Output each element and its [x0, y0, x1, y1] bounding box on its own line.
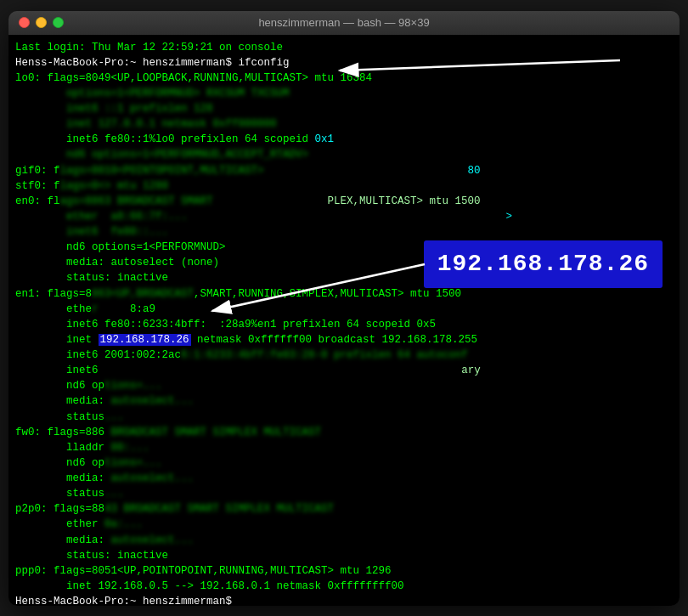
line-stf0: stf0: flags=0<> mtu 1280 — [15, 178, 673, 194]
line-ppp0: ppp0: flags=8051<UP,POINTOPOINT,RUNNING,… — [15, 563, 673, 579]
line-p2p0-media: media: autoselect... — [15, 533, 673, 548]
line-en1-media: media: autoselect... — [15, 393, 673, 409]
line-en0-ether: ether a8:66:7f:... > — [15, 209, 673, 224]
line-p2p0-ether: ether 0a:... — [15, 517, 673, 532]
line-ppp0-inet: inet 192.168.0.5 --> 192.168.0.1 netmask… — [15, 579, 673, 594]
line-8: nd6 options=1<PERFORMNUD,ACCEPT_RTADV> — [15, 147, 673, 162]
line-1: Last login: Thu Mar 12 22:59:21 on conso… — [15, 40, 673, 55]
minimize-button[interactable] — [36, 17, 47, 28]
line-gif0: gif0: flags=8010<POINTOPOINT,MULTICAST> … — [15, 163, 673, 178]
line-en1-inet6-link: inet6 fe80::6233:4bff: :28a9%en1 prefixl… — [15, 317, 673, 332]
close-button[interactable] — [19, 17, 30, 28]
line-fw0: fw0: flags=886 BROADCAST SMART SIMPLEX M… — [15, 425, 673, 440]
line-prompt: Henss-MacBook-Pro:~ henszimmerman$ — [15, 594, 673, 606]
line-en0-inet6: inet6 fe80::... — [15, 224, 673, 240]
line-3: lo0: flags=8049<UP,LOOPBACK,RUNNING,MULT… — [15, 71, 673, 86]
line-p2p0: p2p0: flags=8843 BROADCAST SMART SIMPLEX… — [15, 501, 673, 517]
line-en1-status: status... — [15, 410, 673, 425]
line-p2p0-status: status: inactive — [15, 548, 673, 563]
line-5: inet6 ::1 prefixlen 128 — [15, 101, 673, 116]
line-6: inet 127.0.0.1 netmask 0xff000000 — [15, 116, 673, 132]
line-2: Henss-MacBook-Pro:~ henszimmerman$ ifcon… — [15, 55, 673, 71]
line-fw0-status: status... — [15, 486, 673, 501]
line-en1-inet: inet 192.168.178.26 netmask 0xffffff00 b… — [15, 332, 673, 348]
terminal-body[interactable]: Last login: Thu Mar 12 22:59:21 on conso… — [8, 35, 680, 606]
traffic-lights[interactable] — [19, 17, 64, 28]
ip-annotation-box: 192.168.178.26 — [424, 240, 663, 289]
line-en0: en0: flags=8863 BROADCAST SMART PLEX,MUL… — [15, 194, 673, 209]
line-en1-inet6-global: inet6 2001:002:2ac6:1:6233:4bff:fe03:28-… — [15, 348, 673, 363]
line-fw0-media: media: autoselect... — [15, 471, 673, 486]
line-en1-nd6: nd6 options=... — [15, 378, 673, 393]
line-en1: en1: flags=8863<UP,BROADCAST,SMART,RUNNI… — [15, 286, 673, 302]
line-en1-ether: ether 8:a9 — [15, 302, 673, 317]
window-title: henszimmerman — bash — 98×39 — [258, 16, 429, 29]
titlebar: henszimmerman — bash — 98×39 — [8, 11, 680, 35]
line-en1-inet6-2: inet6 ary — [15, 363, 673, 378]
terminal-window: henszimmerman — bash — 98×39 Last login:… — [8, 11, 680, 606]
maximize-button[interactable] — [53, 17, 64, 28]
line-7: inet6 fe80::1%lo0 prefixlen 64 scopeid 0… — [15, 132, 673, 147]
line-4: options=1<PERFORMNUD> RXCSUM TXCSUM — [15, 86, 673, 101]
line-fw0-nd6: nd6 options=... — [15, 455, 673, 471]
line-fw0-lladdr: lladdr 00:... — [15, 440, 673, 455]
